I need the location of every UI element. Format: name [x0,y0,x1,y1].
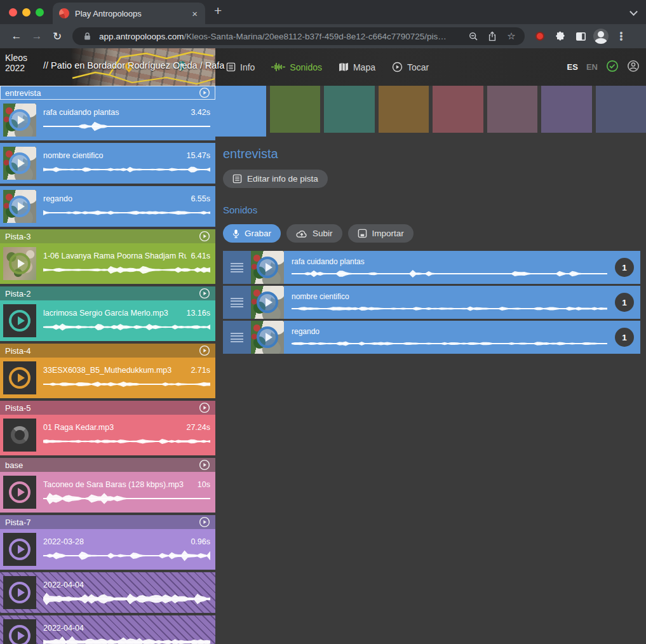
track-detail-title: entrevista [223,147,646,161]
play-icon[interactable] [9,625,30,644]
sidebar-sound-item[interactable]: 01 Raga Kedar.mp3 27.24s [0,415,215,455]
waveform [43,377,210,391]
nav-tab-mapa[interactable]: Mapa [339,62,375,72]
reload-button[interactable]: ↻ [48,30,66,43]
sound-thumbnail[interactable] [3,304,36,337]
track-play-icon[interactable] [199,516,210,528]
nav-tab-sonidos[interactable]: Sonidos [271,62,322,72]
play-icon[interactable] [9,196,30,217]
url-bar[interactable]: app.antropoloops.com/Kleos-Santa-Marina/… [72,27,525,45]
track-detail-area: entrevista Editar info de pista Sonidos … [215,86,646,644]
track-color-swatch[interactable] [379,86,429,133]
track-group-header[interactable]: Pista-3 [0,229,215,243]
track-color-swatch[interactable] [596,86,646,133]
share-icon[interactable] [485,31,499,41]
track-group-header[interactable]: Pista-4 [0,344,215,358]
sound-thumbnail[interactable] [3,619,36,644]
play-icon[interactable] [9,109,30,131]
drag-handle[interactable] [223,321,251,354]
track-play-icon[interactable] [199,345,210,356]
browser-menu-icon[interactable]: ••• [612,32,630,41]
sidebar-sound-item[interactable]: lacrimosa Sergio García Merlo.mp3 13.16s [0,300,215,341]
sidebar-sound-item[interactable]: Taconeo de Sara Baras (128 kbps).mp3 10s [0,472,215,513]
sound-thumbnail[interactable] [3,104,36,137]
play-icon[interactable] [9,582,30,603]
sidebar-sound-item[interactable]: 2022-04-04 [0,615,215,644]
track-color-swatch[interactable] [324,86,375,133]
lang-es-button[interactable]: ES [567,62,578,72]
sound-thumbnail[interactable] [3,476,36,509]
play-icon[interactable] [9,310,30,332]
tab-search-chevron-icon[interactable] [631,9,637,15]
sound-thumbnail[interactable] [3,361,36,394]
import-button[interactable]: Importar [348,224,414,243]
forward-button[interactable]: → [28,30,46,43]
record-extension-icon[interactable] [531,32,549,41]
play-icon[interactable] [9,253,30,274]
track-group-header[interactable]: Pista-5 [0,401,215,415]
nav-tab-tocar[interactable]: Tocar [392,62,429,72]
sound-thumbnail[interactable] [3,419,36,452]
zoom-icon[interactable] [466,32,480,41]
track-color-swatch[interactable] [270,86,321,133]
sound-thumbnail[interactable] [3,247,36,280]
tab-close-icon[interactable]: × [191,8,199,19]
side-panel-icon[interactable] [572,32,589,41]
sidebar-sound-item[interactable]: 2022-03-28 0.96s [0,529,215,570]
minimize-window-button[interactable] [22,8,30,17]
sound-thumbnail[interactable] [251,286,284,319]
track-group-header[interactable]: Pista-7 [0,515,215,529]
track-group-header[interactable]: entrevista [0,86,215,100]
bookmark-star-icon[interactable]: ☆ [504,30,518,42]
track-play-icon[interactable] [199,87,210,98]
track-play-icon[interactable] [199,459,210,471]
track-color-swatch[interactable] [541,86,592,133]
play-icon[interactable] [9,539,30,560]
sound-row[interactable]: nombre cientifico 1 [223,286,640,319]
sound-thumbnail[interactable] [3,576,36,609]
lang-en-button[interactable]: EN [586,62,598,72]
record-button[interactable]: Grabar [223,224,281,243]
sound-thumbnail[interactable] [3,147,36,180]
track-play-icon[interactable] [199,402,210,413]
drag-handle[interactable] [223,251,251,284]
track-group-header[interactable]: Pista-2 [0,286,215,300]
close-window-button[interactable] [9,8,17,17]
track-color-swatch[interactable] [215,86,266,137]
track-play-icon[interactable] [199,231,210,242]
sound-thumbnail[interactable] [3,190,36,223]
edit-track-info-button[interactable]: Editar info de pista [223,170,328,188]
sound-row[interactable]: rafa cuidando plantas 1 [223,251,640,284]
play-icon[interactable] [9,152,30,174]
track-color-swatch[interactable] [487,86,538,133]
profile-avatar[interactable] [592,29,610,44]
sound-thumbnail[interactable] [251,321,284,354]
track-play-icon[interactable] [199,288,210,299]
sidebar-sound-item[interactable]: 1-06 Lavanya Rama Poorna Shadjam Rupak..… [0,243,215,284]
sound-thumbnail[interactable] [251,251,284,284]
account-icon[interactable] [627,60,640,75]
extensions-puzzle-icon[interactable] [551,31,569,41]
track-group-header[interactable]: base [0,458,215,472]
nav-tab-info[interactable]: Info [226,62,255,72]
drag-handle[interactable] [223,286,251,319]
upload-button[interactable]: Subir [286,224,342,243]
maximize-window-button[interactable] [36,8,44,17]
sidebar-sound-item[interactable]: 2022-04-04 [0,572,215,613]
window-controls[interactable] [0,0,53,24]
play-icon[interactable] [9,367,30,389]
browser-tab[interactable]: Play Antropoloops × [53,3,205,24]
sound-thumbnail[interactable] [3,533,36,566]
sidebar-sound-item[interactable]: nombre cientifico 15.47s [0,143,215,184]
new-tab-button[interactable]: + [205,3,222,21]
waveform [43,119,210,133]
sound-title: regando [292,327,607,336]
sidebar-sound-item[interactable]: rafa cuidando plantas 3.42s [0,100,215,140]
back-button[interactable]: ← [8,30,25,43]
play-icon[interactable] [9,481,30,503]
track-color-swatch[interactable] [433,86,483,133]
sound-title: 2022-04-04 [43,580,84,589]
sidebar-sound-item[interactable]: 33ESX6038_B5_Muthedukkum.mp3 2.71s [0,358,215,398]
sidebar-sound-item[interactable]: regando 6.55s [0,186,215,227]
sound-row[interactable]: regando 1 [223,321,640,354]
